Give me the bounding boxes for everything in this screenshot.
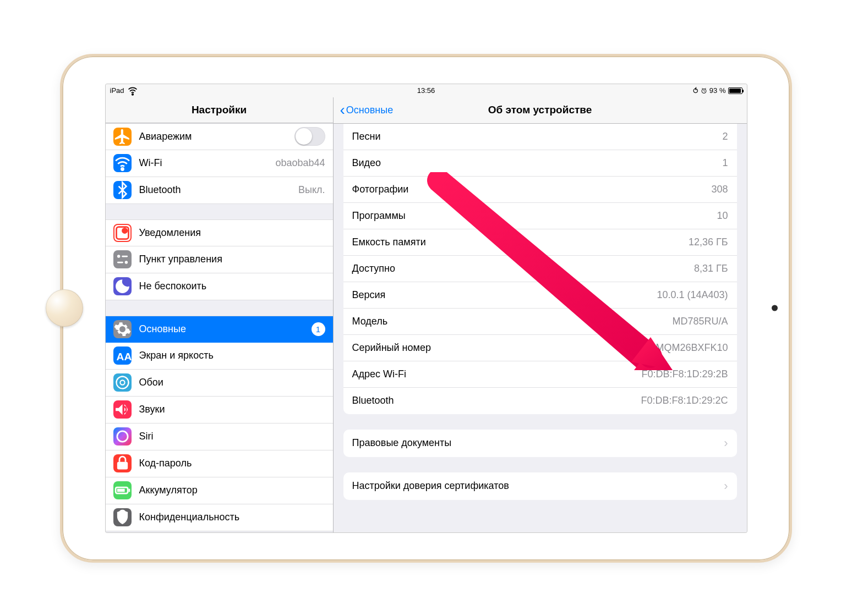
- back-label: Основные: [346, 105, 393, 116]
- back-button[interactable]: ‹ Основные: [340, 102, 394, 118]
- alarm-icon: [701, 87, 707, 94]
- notifications-icon: [113, 224, 132, 242]
- detail-value: 10.0.1 (14A403): [657, 289, 728, 301]
- sidebar-item-label: Код-пароль: [139, 458, 325, 469]
- sounds-icon: [113, 400, 132, 419]
- sidebar-item-label: Wi-Fi: [139, 157, 268, 169]
- svg-point-10: [120, 380, 124, 384]
- sidebar-title: Настройки: [106, 97, 333, 123]
- sidebar-scroll[interactable]: АвиарежимWi-Fiobaobab44BluetoothВыкл.Уве…: [106, 123, 333, 532]
- detail-row: МодельMD785RU/A: [343, 309, 737, 335]
- sidebar-item-label: Конфиденциальность: [139, 512, 325, 523]
- battery-percent: 93 %: [709, 86, 726, 95]
- sidebar-item-value: obaobab44: [275, 157, 325, 169]
- detail-row: Программы10: [343, 203, 737, 229]
- detail-value: 2: [722, 131, 728, 142]
- battery-icon: [728, 87, 742, 94]
- detail-row: Доступно8,31 ГБ: [343, 256, 737, 282]
- svg-text:AA: AA: [116, 351, 132, 362]
- detail-group: Правовые документы›: [343, 430, 737, 457]
- display-icon: AA: [113, 346, 132, 365]
- sidebar-item-notifications[interactable]: Уведомления: [106, 219, 333, 246]
- svg-point-5: [117, 255, 120, 258]
- detail-value: DMQM26BXFK10: [648, 342, 728, 354]
- sidebar-item-dnd[interactable]: Не беспокоить: [106, 273, 333, 300]
- sidebar-item-general[interactable]: Основные1: [106, 316, 333, 343]
- ipad-frame: iPad 13:56 ⥀ 93 % Настройки АвиарежимWi-…: [60, 54, 792, 563]
- sidebar-item-battery[interactable]: Аккумулятор: [106, 477, 333, 504]
- sidebar-item-label: Аккумулятор: [139, 485, 325, 496]
- detail-row[interactable]: Правовые документы›: [343, 430, 737, 457]
- detail-row: Фотографии308: [343, 177, 737, 203]
- sidebar-item-display[interactable]: AAЭкран и яркость: [106, 343, 333, 370]
- chevron-right-icon: ›: [724, 436, 728, 450]
- sidebar-item-controlcenter[interactable]: Пункт управления: [106, 246, 333, 273]
- detail-label: Доступно: [352, 263, 694, 274]
- sidebar-item-wallpaper[interactable]: Обои: [106, 370, 333, 397]
- sidebar-item-value: Выкл.: [298, 184, 325, 196]
- sidebar-item-sounds[interactable]: Звуки: [106, 397, 333, 424]
- wifi-icon: [127, 85, 138, 96]
- sidebar-item-label: Обои: [139, 377, 325, 388]
- status-carrier: iPad: [110, 86, 124, 95]
- sidebar-item-bluetooth[interactable]: BluetoothВыкл.: [106, 177, 333, 204]
- sidebar-item-label: Экран и яркость: [139, 350, 325, 361]
- sidebar-item-wifi[interactable]: Wi-Fiobaobab44: [106, 150, 333, 177]
- bluetooth-icon: [113, 181, 132, 199]
- controlcenter-icon: [113, 250, 132, 268]
- sidebar-item-airplane[interactable]: Авиарежим: [106, 123, 333, 150]
- sidebar-item-privacy[interactable]: Конфиденциальность: [106, 504, 333, 531]
- detail-value: 8,31 ГБ: [694, 263, 728, 274]
- detail-label: Видео: [352, 157, 723, 169]
- detail-label: Адрес Wi-Fi: [352, 369, 642, 380]
- svg-point-2: [121, 168, 123, 170]
- detail-row: Емкость памяти12,36 ГБ: [343, 229, 737, 256]
- detail-label: Серийный номер: [352, 342, 649, 354]
- svg-point-0: [132, 94, 133, 95]
- front-camera: [772, 305, 778, 311]
- detail-value: 1: [722, 157, 728, 169]
- chevron-right-icon: ›: [724, 479, 728, 493]
- wifi-icon: [113, 154, 132, 172]
- general-icon: [113, 320, 132, 338]
- detail-label: Модель: [352, 316, 673, 327]
- detail-value: 10: [717, 210, 728, 222]
- svg-point-4: [122, 228, 127, 233]
- sidebar-item-passcode[interactable]: Код-пароль: [106, 450, 333, 477]
- wallpaper-icon: [113, 373, 132, 392]
- sidebar-item-label: Пункт управления: [139, 254, 325, 265]
- sidebar-item-siri[interactable]: Siri: [106, 424, 333, 450]
- screen: iPad 13:56 ⥀ 93 % Настройки АвиарежимWi-…: [106, 84, 747, 532]
- detail-group: Настройки доверия сертификатов›: [343, 472, 737, 500]
- home-button[interactable]: [46, 289, 83, 327]
- detail-label: Фотографии: [352, 184, 712, 195]
- sidebar-badge: 1: [312, 322, 325, 336]
- detail-scroll[interactable]: Песни2Видео1Фотографии308Программы10Емко…: [334, 124, 747, 532]
- detail-row: Серийный номерDMQM26BXFK10: [343, 335, 737, 361]
- sidebar-item-label: Не беспокоить: [139, 280, 325, 292]
- detail-label: Bluetooth: [352, 395, 641, 406]
- detail-header: ‹ Основные Об этом устройстве: [334, 97, 747, 124]
- detail-label: Программы: [352, 210, 717, 222]
- detail-label: Емкость памяти: [352, 237, 689, 248]
- svg-point-12: [117, 431, 127, 442]
- chevron-left-icon: ‹: [340, 102, 345, 118]
- detail-row: Версия10.0.1 (14A403): [343, 282, 737, 309]
- detail-row[interactable]: Настройки доверия сертификатов›: [343, 472, 737, 500]
- sidebar-item-label: Звуки: [139, 404, 325, 415]
- detail-value: F0:DB:F8:1D:29:2C: [641, 395, 728, 406]
- svg-rect-15: [128, 489, 130, 492]
- detail-value: F0:DB:F8:1D:29:2B: [641, 369, 728, 380]
- detail-label: Песни: [352, 131, 723, 142]
- svg-rect-13: [117, 462, 127, 470]
- sidebar-item-label: Основные: [139, 323, 304, 335]
- sidebar-item-label: Siri: [139, 431, 325, 442]
- settings-sidebar: Настройки АвиарежимWi-Fiobaobab44Bluetoo…: [106, 97, 334, 532]
- status-bar: iPad 13:56 ⥀ 93 %: [106, 84, 747, 97]
- detail-title: Об этом устройстве: [488, 104, 592, 116]
- airplane-toggle[interactable]: [294, 127, 325, 146]
- airplane-icon: [113, 128, 132, 146]
- status-time: 13:56: [417, 86, 435, 95]
- sidebar-item-label: Авиарежим: [139, 131, 287, 142]
- detail-label: Настройки доверия сертификатов: [352, 480, 720, 492]
